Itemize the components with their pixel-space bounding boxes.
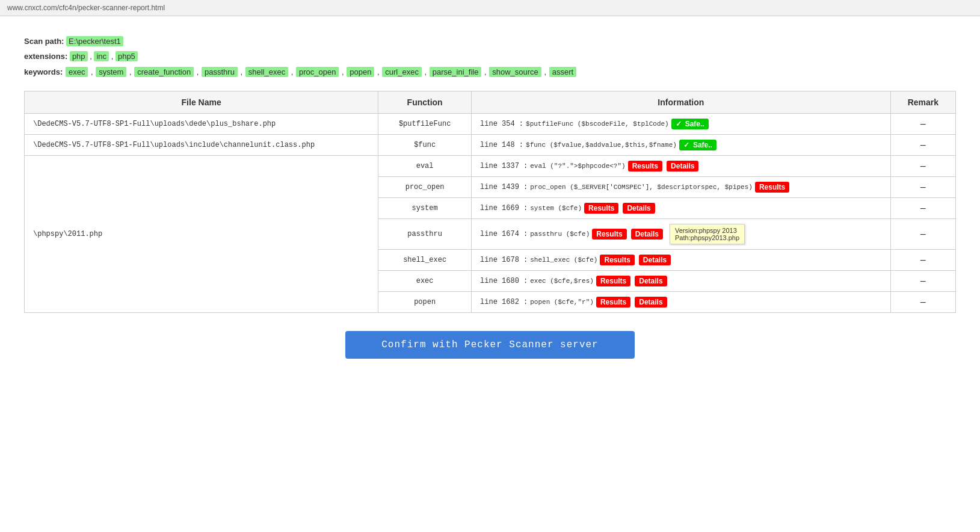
col-header-remark: Remark xyxy=(890,91,955,114)
table-row: \phpspy\2011.php eval line 1337 : eval (… xyxy=(25,156,956,177)
url-text: www.cnxct.com/cfc4n/pecker-scanner-repor… xyxy=(7,4,165,12)
details-badge-system[interactable]: Details xyxy=(623,203,655,214)
info-cell-2: line 148 : $func ($fvalue,$addvalue,$thi… xyxy=(472,135,891,156)
results-table: File Name Function Information Remark \D… xyxy=(24,91,956,313)
info-cell-passthru: line 1674 : passthru ($cfe) Results Deta… xyxy=(472,219,891,250)
results-badge-shellexec[interactable]: Results xyxy=(600,255,634,265)
details-badge-popen[interactable]: Details xyxy=(635,297,667,308)
kw-shell-exec: shell_exec xyxy=(245,67,288,77)
table-row: \DedeCMS-V5.7-UTF8-SP1-Full\uploads\dede… xyxy=(25,114,956,135)
col-header-filename: File Name xyxy=(25,91,378,114)
function-cell-eval: eval xyxy=(378,156,472,177)
function-cell-procopen: proc_open xyxy=(378,177,472,198)
file-cell-1: \DedeCMS-V5.7-UTF8-SP1-Full\uploads\dede… xyxy=(25,114,378,135)
results-badge-exec[interactable]: Results xyxy=(596,276,630,286)
safe-badge-1[interactable]: Safe.. xyxy=(671,119,709,129)
details-badge-passthru[interactable]: Details xyxy=(631,229,663,240)
kw-passthru: passthru xyxy=(202,67,238,77)
page-content: Scan path: E:\pecker\test1 extensions: p… xyxy=(0,16,980,395)
results-badge-passthru[interactable]: Results xyxy=(592,229,626,240)
extensions-row: extensions: php , inc , php5 xyxy=(24,49,956,63)
info-cell-eval: line 1337 : eval ("?".">$phpcode<?") Res… xyxy=(472,156,891,177)
info-line-1: line 354 : $putfileFunc ($bscodeFile, $t… xyxy=(480,119,882,129)
function-cell-system: system xyxy=(378,198,472,219)
col-header-info: Information xyxy=(472,91,891,114)
kw-system: system xyxy=(96,67,126,77)
function-cell-shellexec: shell_exec xyxy=(378,250,472,271)
function-cell-popen: popen xyxy=(378,292,472,313)
function-cell-exec: exec xyxy=(378,271,472,292)
ext-inc: inc xyxy=(94,51,109,61)
keywords-label: keywords: xyxy=(24,67,63,76)
kw-parse-ini-file: parse_ini_file xyxy=(430,67,482,77)
confirm-button[interactable]: Confirm with Pecker Scanner server xyxy=(345,331,634,359)
kw-curl-exec: curl_exec xyxy=(382,67,422,77)
table-row: \DedeCMS-V5.7-UTF8-SP1-Full\uploads\incl… xyxy=(25,135,956,156)
ext-php: php xyxy=(70,51,88,61)
function-cell-passthru: passthru xyxy=(378,219,472,250)
extensions-label: extensions: xyxy=(24,52,67,61)
kw-create-function: create_function xyxy=(134,67,194,77)
function-cell-2: $func xyxy=(378,135,472,156)
results-badge-procopen[interactable]: Results xyxy=(755,182,789,193)
keywords-row: keywords: exec , system , create_functio… xyxy=(24,65,956,79)
col-header-function: Function xyxy=(378,91,472,114)
scan-path-value: E:\pecker\test1 xyxy=(66,36,123,46)
safe-badge-2[interactable]: Safe.. xyxy=(679,140,717,150)
info-cell-shellexec: line 1678 : shell_exec ($cfe) Results De… xyxy=(472,250,891,271)
details-badge-shellexec[interactable]: Details xyxy=(639,255,671,265)
table-header-row: File Name Function Information Remark xyxy=(25,91,956,114)
scan-path-row: Scan path: E:\pecker\test1 xyxy=(24,34,956,48)
results-badge-popen[interactable]: Results xyxy=(596,297,630,308)
results-badge-eval[interactable]: Results xyxy=(628,161,662,172)
browser-url-bar: www.cnxct.com/cfc4n/pecker-scanner-repor… xyxy=(0,0,980,16)
info-cell-popen: line 1682 : popen ($cfe,"r") Results Det… xyxy=(472,292,891,313)
kw-exec: exec xyxy=(66,67,88,77)
remark-cell-1: – xyxy=(890,114,955,135)
kw-popen: popen xyxy=(347,67,374,77)
file-cell-2: \DedeCMS-V5.7-UTF8-SP1-Full\uploads\incl… xyxy=(25,135,378,156)
ext-php5: php5 xyxy=(116,51,138,61)
kw-proc-open: proc_open xyxy=(296,67,339,77)
details-badge-eval[interactable]: Details xyxy=(667,161,698,172)
kw-assert: assert xyxy=(549,67,576,77)
file-cell-phpspy: \phpspy\2011.php xyxy=(25,156,378,313)
tooltip-phpspy: Version:phpspy 2013Path:phpspy2013.php xyxy=(670,224,745,244)
info-cell-system: line 1669 : system ($cfe) Results Detail… xyxy=(472,198,891,219)
info-line-2: line 148 : $func ($fvalue,$addvalue,$thi… xyxy=(480,140,882,150)
scan-info: Scan path: E:\pecker\test1 extensions: p… xyxy=(24,34,956,79)
function-cell-1: $putfileFunc xyxy=(378,114,472,135)
results-badge-system[interactable]: Results xyxy=(584,203,618,214)
details-badge-exec[interactable]: Details xyxy=(635,276,667,286)
scan-path-label: Scan path: xyxy=(24,37,64,46)
remark-cell-2: – xyxy=(890,135,955,156)
info-cell-procopen: line 1439 : proc_open ($_SERVER['COMSPEC… xyxy=(472,177,891,198)
info-cell-1: line 354 : $putfileFunc ($bscodeFile, $t… xyxy=(472,114,891,135)
info-cell-exec: line 1680 : exec ($cfe,$res) Results Det… xyxy=(472,271,891,292)
kw-show-source: show_source xyxy=(489,67,541,77)
